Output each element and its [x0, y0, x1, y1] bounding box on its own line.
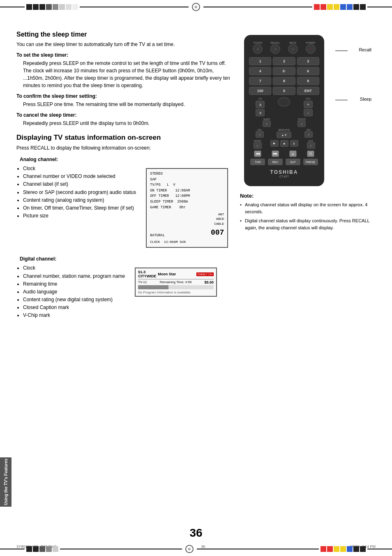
enter-exit-row: ENTER ○ ▶ ■ ⏸ EXIT ○ [249, 140, 319, 149]
analog-item-3: Channel label (if set) [23, 180, 136, 188]
digital-station: Moon Star [158, 272, 176, 276]
page-border-top: ⊕ [0, 3, 392, 11]
num-5-button[interactable]: 5· [273, 67, 295, 75]
enter-button[interactable]: ○ [254, 142, 262, 149]
pay-button[interactable]: ○ [304, 131, 313, 138]
analog-line5: OFF TIMER 12:00PM [150, 194, 224, 199]
tv-vcr-button[interactable]: ○ [253, 44, 263, 54]
num-0-button[interactable]: 0 [273, 87, 295, 95]
mute-button[interactable]: ○ [288, 44, 298, 54]
note-box: Note: Analog channel status will display… [240, 193, 376, 231]
digital-item-1: Clock [23, 264, 125, 272]
recall-button[interactable]: ○ [270, 44, 280, 54]
analog-clock: CLOCK 12:00AM SUN [150, 240, 224, 245]
analog-channel-num: 007 [211, 227, 224, 239]
ff-button[interactable]: ▶▶ [272, 150, 279, 157]
sleep-status-row: SLEEP ○ STATUS ○ [249, 118, 319, 127]
digital-item-6: Closed Caption mark [23, 304, 125, 311]
power-button[interactable]: ○ [306, 44, 316, 54]
side-tab: Using the TV's Features [0, 457, 12, 507]
recall-line [335, 51, 348, 51]
sleep-line [335, 100, 348, 100]
num-ent-button[interactable]: ENT [297, 87, 319, 95]
analog-item-7: Picture size [23, 212, 136, 220]
remote-annotation: Recall Sleep TV/VCR ○ RECALL [240, 35, 376, 186]
tor-button[interactable]: TOR [250, 159, 265, 165]
analog-item-4: Stereo or SAP (second audio program) aud… [23, 189, 136, 196]
parse-button[interactable]: PARSE [303, 159, 318, 165]
digital-item-3: Remaining time [23, 280, 125, 288]
main-content: Setting the sleep timer You can use the … [16, 14, 376, 531]
digital-title: Digital channel: [20, 255, 230, 263]
section1-intro: You can use the sleep timer to automatic… [16, 41, 230, 48]
left-column: Setting the sleep timer You can use the … [16, 31, 230, 322]
cancel-label: To cancel the sleep timer: [16, 111, 230, 119]
compass-icon-bottom: ⊕ [185, 545, 194, 553]
digital-list: Clock Channel number, station name, prog… [23, 264, 125, 319]
model-number: CT-877 [249, 175, 319, 178]
analog-ant: ANT [214, 212, 224, 217]
num-3-button[interactable]: 3 [297, 57, 319, 65]
vol-dn-button[interactable]: - [304, 109, 313, 116]
digital-item-7: V-Chip mark [23, 311, 125, 319]
digital-genre: FAMILY CH [196, 272, 214, 276]
play-button[interactable]: ▶ [270, 140, 279, 147]
section2-title: Displaying TV status information on-scre… [16, 134, 230, 142]
num-9-button[interactable]: 9 [297, 77, 319, 85]
digital-item-4: Audio language [23, 288, 125, 296]
num-100-button[interactable]: 100 [249, 87, 271, 95]
remote-body: TV/VCR ○ RECALL ○ MUTE ○ POWER [244, 35, 324, 186]
extra-button[interactable]: ⊡ [307, 150, 314, 157]
fav-button[interactable]: ○ [256, 131, 264, 138]
sleep-button[interactable]: ○ [263, 120, 271, 127]
num-2-button[interactable]: 2 [273, 57, 295, 65]
digital-citywide: CITYWIDE [138, 274, 156, 278]
num-8-button[interactable]: 8 [273, 77, 295, 85]
note-title: Note: [240, 193, 376, 199]
remote-label-recall: RECALL ○ [270, 42, 280, 54]
border-deco-left [26, 4, 78, 10]
analog-channel-section: Analog channel: Clock Channel number or … [16, 156, 230, 251]
remote-label-power: POWER ○ [306, 42, 316, 54]
confirm-text: Press SLEEP one time. The remaining time… [23, 101, 230, 108]
remote-label-mute: MUTE ○ [288, 42, 298, 54]
digital-price: $5.00 [205, 280, 214, 284]
analog-list: Clock Channel number or VIDEO mode selec… [23, 165, 136, 220]
set-text: Repeatedly press SLEEP on the remote con… [23, 60, 230, 89]
digital-screen-mockup: 51-3 CITYWIDE Moon Star FAMILY CH TV-11 … [135, 268, 217, 297]
right-column: Recall Sleep TV/VCR ○ RECALL [240, 31, 376, 233]
menu-button[interactable]: ▲▼ [277, 132, 291, 138]
analog-abcd: ABCD [214, 217, 224, 221]
ch-dn-button[interactable]: ∨ [256, 109, 265, 116]
nav-center-button[interactable] [278, 97, 290, 106]
remote-label-tvvcr: TV/VCR ○ [253, 42, 263, 54]
rec2-button[interactable]: REC [268, 159, 283, 165]
digital-remaining: Remaining Time: 4:56 [160, 280, 192, 284]
analog-line6: SLEEP TIMER 2h00m [150, 199, 224, 205]
ch-up-button[interactable]: ∧ [256, 101, 265, 108]
num-6-button[interactable]: 6 [297, 67, 319, 75]
analog-line2: SAP [150, 177, 224, 183]
num-4-button[interactable]: 4 [249, 67, 271, 75]
slp-button[interactable]: SLP [286, 159, 300, 165]
num-1-button[interactable]: 1 [249, 57, 271, 65]
section2-intro: Press RECALL to display the following in… [16, 144, 230, 152]
vol-up-button[interactable]: + [304, 101, 313, 108]
set-label: To set the sleep timer: [16, 51, 230, 59]
num-7-button[interactable]: 7 [249, 77, 271, 85]
rew-button[interactable]: ◀◀ [254, 150, 261, 157]
pause-button[interactable]: ⏸ [290, 140, 298, 147]
status-button[interactable]: ○ [297, 120, 306, 127]
analog-title: Analog channel: [20, 156, 230, 163]
section1-title: Setting the sleep timer [16, 31, 230, 38]
sleep-label: Sleep [360, 97, 371, 102]
analog-line7: GAME TIMER 0hr [150, 205, 224, 211]
stop-button[interactable]: ■ [280, 140, 288, 147]
digital-item-5: Content rating (new digital rating syste… [23, 296, 125, 304]
digital-item-2: Channel number, station name, program na… [23, 272, 125, 280]
cancel-text: Repeatedly press SLEEP until the display… [23, 120, 230, 127]
exit-button[interactable]: ○ [307, 142, 315, 149]
compass-icon: ⊕ [192, 3, 200, 11]
rec-button[interactable]: ● [289, 150, 297, 157]
color-buttons-row: ◀◀ ▶▶ ● ⊡ [249, 150, 319, 157]
